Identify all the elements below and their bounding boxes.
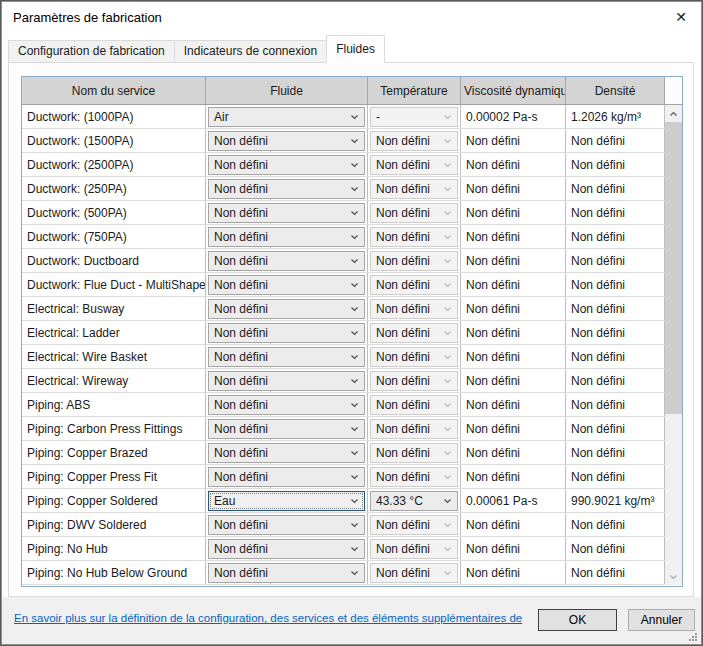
chevron-down-icon [443, 546, 452, 552]
service-name-cell[interactable]: Electrical: Wire Basket [22, 345, 206, 368]
scroll-up-button[interactable] [665, 105, 682, 122]
temperature-cell: Non défini [368, 153, 461, 176]
temperature-select: Non défini [370, 371, 458, 391]
fluid-select[interactable]: Air [208, 107, 365, 127]
chevron-down-icon [443, 114, 452, 120]
cancel-button[interactable]: Annuler [628, 609, 695, 631]
service-name-cell[interactable]: Piping: No Hub Below Ground [22, 561, 206, 584]
density-cell: Non défini [566, 369, 665, 392]
temperature-cell: Non défini [368, 561, 461, 584]
temperature-cell: Non défini [368, 273, 461, 296]
density-cell: Non défini [566, 537, 665, 560]
fluid-select[interactable]: Eau [208, 491, 365, 511]
fluid-select[interactable]: Non défini [208, 467, 365, 487]
fluid-select[interactable]: Non défini [208, 563, 365, 583]
fluid-select[interactable]: Non défini [208, 179, 365, 199]
service-name-cell[interactable]: Piping: Copper Press Fit [22, 465, 206, 488]
table-row: Ductwork: (500PA) Non défini Non défini … [22, 201, 665, 225]
ok-button[interactable]: OK [538, 609, 617, 631]
fluid-select[interactable]: Non défini [208, 299, 365, 319]
fluid-select[interactable]: Non défini [208, 371, 365, 391]
close-button[interactable]: ✕ [661, 2, 701, 32]
temperature-cell: - [368, 105, 461, 128]
fluid-select[interactable]: Non défini [208, 275, 365, 295]
viscosity-cell: Non défini [461, 513, 566, 536]
table-row: Piping: Copper Soldered Eau 43.33 °C 0.0… [22, 489, 665, 513]
density-cell: Non défini [566, 129, 665, 152]
tab-fluides[interactable]: Fluides [326, 35, 385, 63]
fluids-table: Nom du serviceFluideTempératureViscosité… [21, 76, 683, 587]
service-name-cell[interactable]: Ductwork: (1000PA) [22, 105, 206, 128]
fluid-select[interactable]: Non défini [208, 227, 365, 247]
service-name-cell[interactable]: Piping: ABS [22, 393, 206, 416]
fluid-select[interactable]: Non défini [208, 155, 365, 175]
service-name-cell[interactable]: Ductwork: Flue Duct - MultiShape [22, 273, 206, 296]
service-name-cell[interactable]: Ductwork: (250PA) [22, 177, 206, 200]
chevron-down-icon [443, 378, 452, 384]
chevron-down-icon [350, 522, 359, 528]
fluid-cell: Non défini [206, 129, 368, 152]
chevron-down-icon [443, 138, 452, 144]
chevron-down-icon [350, 114, 359, 120]
service-name-cell[interactable]: Piping: Carbon Press Fittings [22, 417, 206, 440]
fluid-cell: Non défini [206, 417, 368, 440]
table-row: Piping: ABS Non défini Non défini Non dé… [22, 393, 665, 417]
scrollbar-thumb[interactable] [665, 122, 682, 414]
tab-indicateurs-de-connexion[interactable]: Indicateurs de connexion [174, 40, 327, 63]
tab-bar: Configuration de fabrication Indicateurs… [8, 35, 384, 63]
fluid-select[interactable]: Non défini [208, 539, 365, 559]
fluid-select[interactable]: Non défini [208, 323, 365, 343]
learn-more-link[interactable]: En savoir plus sur la définition de la c… [14, 612, 530, 624]
temperature-select[interactable]: 43.33 °C [370, 491, 458, 511]
service-name-cell[interactable]: Electrical: Wireway [22, 369, 206, 392]
fluid-select[interactable]: Non défini [208, 395, 365, 415]
fluid-cell: Non défini [206, 321, 368, 344]
density-cell: 990.9021 kg/m³ [566, 489, 665, 512]
fluid-cell: Non défini [206, 561, 368, 584]
density-cell: Non défini [566, 465, 665, 488]
fluid-cell: Non défini [206, 465, 368, 488]
fluid-select[interactable]: Non défini [208, 203, 365, 223]
fluid-select[interactable]: Non défini [208, 419, 365, 439]
vertical-scrollbar[interactable] [665, 105, 682, 585]
close-icon: ✕ [675, 9, 687, 25]
temperature-cell: Non défini [368, 297, 461, 320]
fluid-select[interactable]: Non défini [208, 131, 365, 151]
service-name-cell[interactable]: Ductwork: (2500PA) [22, 153, 206, 176]
fluid-cell: Air [206, 105, 368, 128]
tab-configuration-de-fabrication[interactable]: Configuration de fabrication [8, 40, 175, 63]
temperature-select: Non défini [370, 203, 458, 223]
density-cell: Non défini [566, 513, 665, 536]
service-name-cell[interactable]: Electrical: Ladder [22, 321, 206, 344]
chevron-down-icon [443, 162, 452, 168]
service-name-cell[interactable]: Electrical: Busway [22, 297, 206, 320]
service-name-cell[interactable]: Ductwork: (750PA) [22, 225, 206, 248]
scroll-down-button[interactable] [665, 568, 682, 585]
fluid-select[interactable]: Non défini [208, 251, 365, 271]
fluid-cell: Non défini [206, 297, 368, 320]
density-cell: Non défini [566, 273, 665, 296]
temperature-select: Non défini [370, 467, 458, 487]
fluides-tab-page: Nom du serviceFluideTempératureViscosité… [8, 62, 694, 597]
fluid-select[interactable]: Non défini [208, 347, 365, 367]
service-name-cell[interactable]: Ductwork: (500PA) [22, 201, 206, 224]
chevron-down-icon [443, 354, 452, 360]
viscosity-cell: Non défini [461, 273, 566, 296]
chevron-down-icon [350, 162, 359, 168]
fluid-select[interactable]: Non défini [208, 515, 365, 535]
scrollbar-track[interactable] [665, 122, 682, 568]
service-name-cell[interactable]: Piping: Copper Soldered [22, 489, 206, 512]
service-name-cell[interactable]: Ductwork: (1500PA) [22, 129, 206, 152]
viscosity-cell: 0.00061 Pa-s [461, 489, 566, 512]
temperature-select: Non défini [370, 251, 458, 271]
viscosity-cell: Non défini [461, 465, 566, 488]
chevron-down-icon [443, 522, 452, 528]
resize-grip-icon[interactable] [688, 632, 698, 642]
density-cell: Non défini [566, 225, 665, 248]
service-name-cell[interactable]: Piping: DWV Soldered [22, 513, 206, 536]
service-name-cell[interactable]: Piping: Copper Brazed [22, 441, 206, 464]
temperature-select: Non défini [370, 443, 458, 463]
service-name-cell[interactable]: Ductwork: Ductboard [22, 249, 206, 272]
fluid-select[interactable]: Non défini [208, 443, 365, 463]
service-name-cell[interactable]: Piping: No Hub [22, 537, 206, 560]
